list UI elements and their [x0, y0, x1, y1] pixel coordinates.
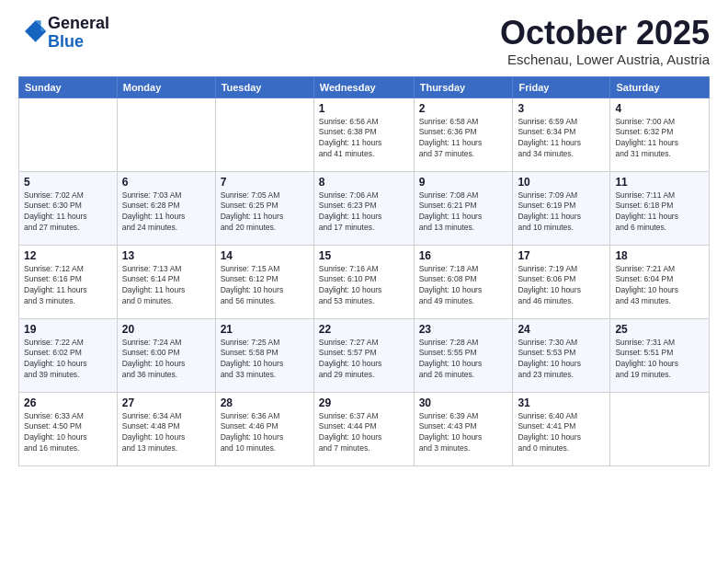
day-number: 6	[122, 176, 210, 189]
calendar-cell	[215, 98, 313, 171]
calendar-cell: 23Sunrise: 7:28 AM Sunset: 5:55 PM Dayli…	[414, 318, 513, 392]
day-info: Sunrise: 7:21 AM Sunset: 6:04 PM Dayligh…	[615, 264, 704, 308]
calendar-cell: 24Sunrise: 7:30 AM Sunset: 5:53 PM Dayli…	[513, 318, 610, 392]
day-info: Sunrise: 7:06 AM Sunset: 6:23 PM Dayligh…	[319, 190, 409, 235]
day-number: 7	[221, 176, 309, 189]
day-number: 10	[518, 176, 605, 189]
day-number: 9	[419, 176, 508, 189]
day-number: 19	[24, 323, 112, 336]
day-info: Sunrise: 6:40 AM Sunset: 4:41 PM Dayligh…	[518, 411, 605, 455]
calendar-cell: 14Sunrise: 7:15 AM Sunset: 6:12 PM Dayli…	[215, 245, 313, 318]
day-number: 27	[122, 396, 210, 409]
calendar-cell	[117, 98, 215, 171]
day-number: 24	[518, 323, 605, 336]
calendar-cell: 28Sunrise: 6:36 AM Sunset: 4:46 PM Dayli…	[215, 392, 313, 465]
calendar-cell: 25Sunrise: 7:31 AM Sunset: 5:51 PM Dayli…	[610, 318, 710, 392]
day-number: 3	[518, 102, 605, 115]
day-number: 21	[221, 323, 309, 336]
calendar-cell: 27Sunrise: 6:34 AM Sunset: 4:48 PM Dayli…	[117, 392, 215, 465]
day-info: Sunrise: 7:25 AM Sunset: 5:58 PM Dayligh…	[221, 338, 309, 382]
day-number: 14	[221, 249, 309, 262]
day-number: 16	[419, 249, 508, 262]
day-info: Sunrise: 7:18 AM Sunset: 6:08 PM Dayligh…	[419, 264, 508, 308]
header-sunday: Sunday	[19, 76, 118, 98]
day-info: Sunrise: 7:11 AM Sunset: 6:18 PM Dayligh…	[615, 190, 704, 235]
day-number: 17	[518, 249, 605, 262]
calendar-week-3: 12Sunrise: 7:12 AM Sunset: 6:16 PM Dayli…	[19, 245, 710, 318]
calendar-cell: 10Sunrise: 7:09 AM Sunset: 6:19 PM Dayli…	[513, 171, 610, 245]
header-saturday: Saturday	[610, 76, 710, 98]
calendar-cell: 26Sunrise: 6:33 AM Sunset: 4:50 PM Dayli…	[19, 392, 118, 465]
day-number: 1	[319, 102, 409, 115]
calendar-cell: 5Sunrise: 7:02 AM Sunset: 6:30 PM Daylig…	[19, 171, 118, 245]
day-number: 23	[419, 323, 508, 336]
calendar-cell: 1Sunrise: 6:56 AM Sunset: 6:38 PM Daylig…	[313, 98, 414, 171]
day-info: Sunrise: 6:58 AM Sunset: 6:36 PM Dayligh…	[419, 117, 508, 161]
calendar-week-5: 26Sunrise: 6:33 AM Sunset: 4:50 PM Dayli…	[19, 392, 710, 465]
day-number: 8	[319, 176, 409, 189]
calendar-cell: 16Sunrise: 7:18 AM Sunset: 6:08 PM Dayli…	[414, 245, 513, 318]
day-info: Sunrise: 7:05 AM Sunset: 6:25 PM Dayligh…	[221, 190, 309, 235]
calendar-cell: 29Sunrise: 6:37 AM Sunset: 4:44 PM Dayli…	[313, 392, 414, 465]
logo-general-text: General	[48, 14, 109, 32]
title-block: October 2025 Eschenau, Lower Austria, Au…	[500, 15, 710, 67]
header-wednesday: Wednesday	[313, 76, 414, 98]
day-number: 28	[221, 396, 309, 409]
calendar-cell: 18Sunrise: 7:21 AM Sunset: 6:04 PM Dayli…	[610, 245, 710, 318]
calendar-cell: 6Sunrise: 7:03 AM Sunset: 6:28 PM Daylig…	[117, 171, 215, 245]
calendar-cell	[19, 98, 118, 171]
day-number: 25	[615, 323, 704, 336]
day-info: Sunrise: 7:24 AM Sunset: 6:00 PM Dayligh…	[122, 338, 210, 382]
day-number: 11	[615, 176, 704, 189]
calendar-cell: 30Sunrise: 6:39 AM Sunset: 4:43 PM Dayli…	[414, 392, 513, 465]
header-thursday: Thursday	[414, 76, 513, 98]
day-info: Sunrise: 7:09 AM Sunset: 6:19 PM Dayligh…	[518, 190, 605, 235]
calendar-week-4: 19Sunrise: 7:22 AM Sunset: 6:02 PM Dayli…	[19, 318, 710, 392]
day-info: Sunrise: 6:39 AM Sunset: 4:43 PM Dayligh…	[419, 411, 508, 455]
day-info: Sunrise: 6:59 AM Sunset: 6:34 PM Dayligh…	[518, 117, 605, 161]
day-info: Sunrise: 6:56 AM Sunset: 6:38 PM Dayligh…	[319, 117, 409, 161]
day-number: 29	[319, 396, 409, 409]
day-number: 31	[518, 396, 605, 409]
calendar-week-1: 1Sunrise: 6:56 AM Sunset: 6:38 PM Daylig…	[19, 98, 710, 171]
day-number: 26	[24, 396, 112, 409]
day-info: Sunrise: 7:12 AM Sunset: 6:16 PM Dayligh…	[24, 264, 112, 308]
day-info: Sunrise: 7:13 AM Sunset: 6:14 PM Dayligh…	[122, 264, 210, 308]
month-title: October 2025	[500, 15, 710, 52]
day-number: 4	[615, 102, 704, 115]
logo-blue-text: Blue	[48, 32, 84, 51]
day-number: 18	[615, 249, 704, 262]
day-info: Sunrise: 6:34 AM Sunset: 4:48 PM Dayligh…	[122, 411, 210, 455]
calendar-cell: 9Sunrise: 7:08 AM Sunset: 6:21 PM Daylig…	[414, 171, 513, 245]
calendar-cell: 8Sunrise: 7:06 AM Sunset: 6:23 PM Daylig…	[313, 171, 414, 245]
day-number: 5	[24, 176, 112, 189]
day-info: Sunrise: 7:08 AM Sunset: 6:21 PM Dayligh…	[419, 190, 508, 235]
day-info: Sunrise: 7:02 AM Sunset: 6:30 PM Dayligh…	[24, 190, 112, 235]
day-info: Sunrise: 7:15 AM Sunset: 6:12 PM Dayligh…	[221, 264, 309, 308]
day-number: 2	[419, 102, 508, 115]
calendar-cell: 31Sunrise: 6:40 AM Sunset: 4:41 PM Dayli…	[513, 392, 610, 465]
calendar-week-2: 5Sunrise: 7:02 AM Sunset: 6:30 PM Daylig…	[19, 171, 710, 245]
day-info: Sunrise: 7:27 AM Sunset: 5:57 PM Dayligh…	[319, 338, 409, 382]
day-number: 12	[24, 249, 112, 262]
day-info: Sunrise: 6:33 AM Sunset: 4:50 PM Dayligh…	[24, 411, 112, 455]
header-friday: Friday	[513, 76, 610, 98]
header: General Blue October 2025 Eschenau, Lowe…	[18, 15, 710, 67]
day-info: Sunrise: 7:28 AM Sunset: 5:55 PM Dayligh…	[419, 338, 508, 382]
calendar-cell: 7Sunrise: 7:05 AM Sunset: 6:25 PM Daylig…	[215, 171, 313, 245]
day-info: Sunrise: 7:30 AM Sunset: 5:53 PM Dayligh…	[518, 338, 605, 382]
calendar-cell: 3Sunrise: 6:59 AM Sunset: 6:34 PM Daylig…	[513, 98, 610, 171]
day-number: 13	[122, 249, 210, 262]
calendar-cell: 17Sunrise: 7:19 AM Sunset: 6:06 PM Dayli…	[513, 245, 610, 318]
day-info: Sunrise: 7:22 AM Sunset: 6:02 PM Dayligh…	[24, 338, 112, 382]
page: General Blue October 2025 Eschenau, Lowe…	[0, 0, 728, 476]
day-info: Sunrise: 7:31 AM Sunset: 5:51 PM Dayligh…	[615, 338, 704, 382]
day-info: Sunrise: 6:37 AM Sunset: 4:44 PM Dayligh…	[319, 411, 409, 455]
header-tuesday: Tuesday	[215, 76, 313, 98]
day-info: Sunrise: 7:16 AM Sunset: 6:10 PM Dayligh…	[319, 264, 409, 308]
day-info: Sunrise: 6:36 AM Sunset: 4:46 PM Dayligh…	[221, 411, 309, 455]
calendar-cell: 2Sunrise: 6:58 AM Sunset: 6:36 PM Daylig…	[414, 98, 513, 171]
day-number: 15	[319, 249, 409, 262]
calendar-cell: 21Sunrise: 7:25 AM Sunset: 5:58 PM Dayli…	[215, 318, 313, 392]
calendar: Sunday Monday Tuesday Wednesday Thursday…	[18, 76, 710, 466]
